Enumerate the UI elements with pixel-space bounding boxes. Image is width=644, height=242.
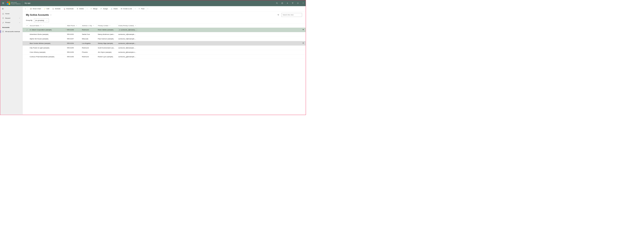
- svg-rect-0: [2, 2, 3, 3]
- table-row[interactable]: Adventure Works (sample)555-0152Santa Cr…: [22, 32, 306, 36]
- grid-body: A. Datum Corporation (sample)*555-0158Re…: [22, 28, 306, 59]
- table-row[interactable]: City Power & Light (sample)555-0155Redmo…: [22, 46, 306, 50]
- svg-point-23: [101, 8, 102, 9]
- app-launcher-button[interactable]: [0, 0, 6, 6]
- microsoft-logo-icon: [7, 2, 10, 5]
- svg-rect-24: [121, 8, 122, 9]
- cmd-flow-dropdown[interactable]: [146, 7, 149, 11]
- view-search-input[interactable]: [282, 14, 301, 16]
- cmd-activate[interactable]: Activate: [51, 7, 62, 11]
- table-row[interactable]: Coho Winery (sample)555-0159PhoenixJim G…: [22, 50, 306, 55]
- cell-contact: Rene Valdes (sample): [97, 29, 117, 31]
- cell-phone: *555-0158: [66, 29, 81, 31]
- sidebar-item-all-accounts-revenue[interactable]: All accounts revenue: [0, 29, 22, 34]
- settings-button[interactable]: [295, 0, 300, 6]
- back-button[interactable]: [24, 6, 28, 11]
- view-search-box[interactable]: [282, 13, 302, 17]
- cmd-assign[interactable]: Assign: [99, 7, 109, 11]
- chevron-down-icon: [46, 20, 48, 21]
- sidebar-item-home[interactable]: Home: [0, 12, 22, 16]
- add-button[interactable]: [285, 0, 290, 6]
- cmd-show-chart[interactable]: Show Chart: [29, 7, 42, 11]
- cell-contact: Jim Glynn (sample): [97, 51, 117, 53]
- svg-rect-25: [120, 30, 120, 30]
- svg-rect-1: [3, 2, 3, 3]
- chevron-down-icon: [76, 25, 78, 26]
- clock-icon: [2, 17, 4, 19]
- view-header: My Active Accounts: [22, 12, 306, 18]
- cell-email[interactable]: someone_i@examp...: [117, 28, 139, 31]
- task-flow-button[interactable]: [280, 0, 285, 6]
- help-button[interactable]: [300, 0, 306, 6]
- sidebar-item-recent[interactable]: Recent: [0, 16, 22, 20]
- advanced-filter-button[interactable]: [290, 0, 295, 6]
- cell-email[interactable]: someone_f@example....: [117, 47, 139, 49]
- document-check-icon: [52, 8, 54, 10]
- sort-asc-icon: [40, 25, 42, 26]
- cell-city: Redmond: [81, 47, 97, 49]
- cmd-share[interactable]: Share: [110, 7, 119, 11]
- column-header-city[interactable]: Address 1: City: [81, 24, 97, 28]
- share-icon: [111, 8, 112, 10]
- cell-city: Phoenix: [81, 51, 97, 53]
- sidebar-group-title: Accounts: [0, 25, 22, 29]
- cell-name: Alpine Ski House (sample): [28, 38, 66, 40]
- select-all-checkbox[interactable]: [25, 25, 28, 26]
- sidebar-item-pinned[interactable]: Pinned: [0, 20, 22, 25]
- command-bar: Show Chart Edit Activate Deactivate Dele…: [22, 6, 306, 12]
- cell-city: Los Angeles: [81, 42, 97, 44]
- cell-email[interactable]: someone_e@example....: [117, 42, 139, 44]
- svg-rect-3: [2, 3, 3, 3]
- cmd-merge[interactable]: Merge: [89, 7, 99, 11]
- row-checkbox[interactable]: [25, 29, 28, 31]
- column-header-name[interactable]: Account Name: [28, 24, 66, 28]
- cell-contact: Nancy Anderson (sam...: [97, 34, 117, 36]
- merge-icon: [90, 8, 92, 10]
- table-row[interactable]: A. Datum Corporation (sample)*555-0158Re…: [22, 28, 306, 32]
- cmd-delete[interactable]: Delete: [75, 7, 89, 11]
- table-row[interactable]: Contoso Pharmaceuticals (sample)555-0156…: [22, 54, 306, 59]
- cmd-edit[interactable]: Edit: [43, 7, 51, 11]
- cell-city: Missoula: [81, 38, 97, 40]
- cmd-flow[interactable]: Flow: [137, 7, 149, 11]
- group-by-select[interactable]: (no grouping): [34, 18, 49, 22]
- cell-email[interactable]: someone_g@example....: [117, 56, 139, 58]
- home-icon: [2, 13, 4, 14]
- sidebar-label-recent: Recent: [5, 17, 10, 19]
- column-filter-button[interactable]: [276, 13, 280, 17]
- cell-city: Redmond: [81, 56, 97, 58]
- open-record-arrow-icon[interactable]: [302, 42, 304, 44]
- table-row[interactable]: Alpine Ski House (sample)555-0157Missoul…: [22, 36, 306, 41]
- svg-rect-7: [3, 4, 3, 4]
- cmd-deactivate[interactable]: Deactivate: [62, 7, 75, 11]
- cmd-email-link[interactable]: Email a Link: [119, 7, 137, 11]
- cell-email[interactable]: someone_c@example....: [117, 34, 139, 36]
- column-header-email[interactable]: Email (Primary Contact): [117, 24, 139, 28]
- open-record-arrow-icon[interactable]: [302, 29, 304, 31]
- sidebar-toggle-button[interactable]: [0, 6, 22, 12]
- chevron-down-icon: [50, 14, 52, 16]
- column-header-phone[interactable]: Main Phone: [66, 24, 81, 28]
- cell-email[interactable]: someone_h@example....: [117, 38, 139, 40]
- group-by-label: Group By:: [26, 20, 32, 21]
- cell-city: Santa Cruz: [81, 34, 97, 36]
- chevron-down-icon: [42, 25, 44, 26]
- main-content: Show Chart Edit Activate Deactivate Dele…: [22, 6, 306, 114]
- svg-point-15: [303, 4, 303, 4]
- lock-icon: [119, 29, 120, 31]
- trash-icon: [77, 8, 78, 10]
- view-selector[interactable]: My Active Accounts: [26, 14, 52, 16]
- svg-point-9: [276, 2, 278, 4]
- global-app-bar: Microsoft Power Platform My app: [0, 0, 306, 6]
- cell-phone: 555-0157: [66, 38, 81, 40]
- cmd-delete-dropdown[interactable]: [86, 7, 89, 11]
- table-row[interactable]: Blue Yonder Airlines (sample)555-0154Los…: [22, 41, 306, 46]
- svg-point-14: [298, 3, 298, 3]
- pin-icon: [2, 22, 4, 24]
- svg-rect-5: [4, 3, 4, 3]
- global-search-button[interactable]: [274, 0, 280, 6]
- cell-email[interactable]: someone_j@example.c...: [117, 51, 139, 53]
- column-header-contact[interactable]: Primary Contact: [97, 24, 117, 28]
- cmd-email-link-dropdown[interactable]: [134, 7, 137, 11]
- cell-name: Contoso Pharmaceuticals (sample): [28, 56, 66, 58]
